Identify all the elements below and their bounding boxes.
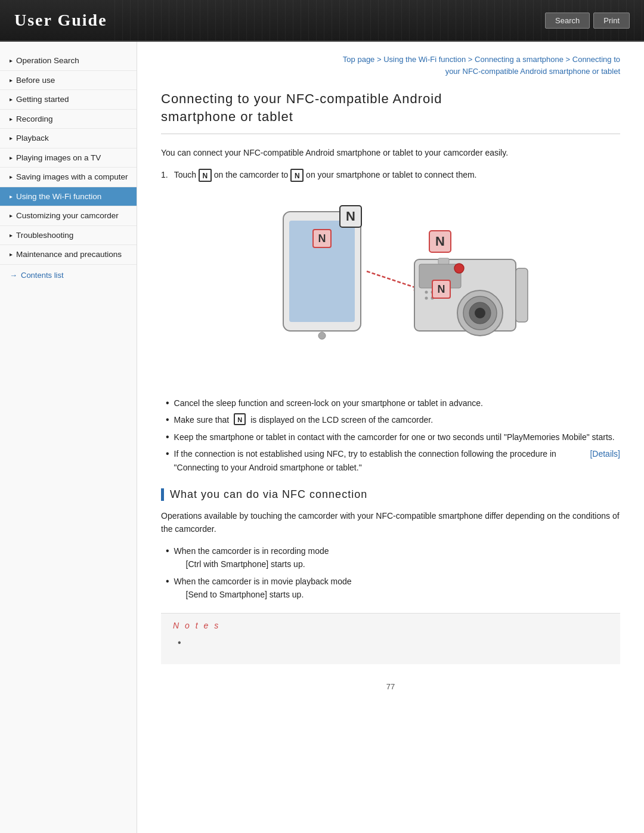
contents-list-label: Contents list — [21, 271, 64, 280]
svg-text:N: N — [318, 233, 326, 244]
notes-label: N o t e s — [173, 621, 608, 630]
sidebar-item-label: Maintenance and precautions — [16, 249, 122, 260]
sidebar-item-playing-images-tv[interactable]: ▸ Playing images on a TV — [0, 148, 137, 168]
arrow-right-icon: → — [10, 271, 17, 280]
sidebar-item-playback[interactable]: ▸ Playback — [0, 129, 137, 148]
sidebar-item-label: Troubleshooting — [16, 230, 73, 241]
nfc-icon-smartphone: N — [290, 169, 304, 182]
breadcrumb-connecting-smartphone[interactable]: Connecting a smartphone — [475, 55, 564, 64]
sidebar-item-customizing-camcorder[interactable]: ▸ Customizing your camcorder — [0, 206, 137, 226]
svg-rect-17 — [516, 268, 528, 322]
sidebar-item-label: Customizing your camcorder — [16, 210, 119, 221]
chevron-right-icon: ▸ — [10, 212, 13, 219]
svg-text:N: N — [346, 209, 355, 224]
nfc-icon-float-camcorder: N — [429, 231, 451, 252]
sidebar-item-label: Using the Wi-Fi function — [16, 191, 101, 202]
svg-text:N: N — [435, 234, 445, 249]
intro-text: You can connect your NFC-compatible Andr… — [161, 146, 620, 159]
breadcrumb-wifi[interactable]: Using the Wi-Fi function — [383, 55, 466, 64]
nfc-icon-on-camcorder: N — [432, 280, 450, 298]
breadcrumb-separator: > — [377, 55, 383, 64]
chevron-right-icon: ▸ — [10, 154, 13, 162]
sidebar-item-getting-started[interactable]: ▸ Getting started — [0, 90, 137, 110]
section2-heading: What you can do via NFC connection — [161, 488, 620, 501]
section2-sub-1: [Ctrl with Smartphone] starts up. — [186, 559, 305, 569]
svg-point-13 — [425, 291, 428, 294]
breadcrumb-nfc-android[interactable]: your NFC-compatible Android smartphone o… — [445, 67, 620, 76]
sidebar-item-label: Playing images on a TV — [16, 153, 101, 163]
svg-line-5 — [367, 271, 420, 289]
sidebar-item-operation-search[interactable]: ▸ Operation Search — [0, 51, 137, 71]
step-number: 1. — [161, 168, 168, 182]
section2-sub-2: [Send to Smartphone] starts up. — [186, 590, 304, 599]
chevron-right-icon: ▸ — [10, 57, 13, 64]
nfc-diagram: N — [247, 194, 534, 385]
nfc-icon-inline: N — [234, 413, 246, 425]
content-area: Top page > Using the Wi-Fi function > Co… — [137, 42, 644, 833]
chevron-right-icon: ▸ — [10, 193, 13, 200]
sidebar-item-maintenance-precautions[interactable]: ▸ Maintenance and precautions — [0, 245, 137, 265]
search-button[interactable]: Search — [545, 13, 590, 29]
step-text: Touch N on the camcorder to N on your sm… — [174, 168, 477, 182]
app-title: User Guide — [14, 11, 107, 30]
sidebar-item-saving-images-computer[interactable]: ▸ Saving images with a computer — [0, 168, 137, 187]
chevron-right-icon: ▸ — [10, 134, 13, 142]
print-button[interactable]: Print — [593, 13, 630, 29]
sidebar-item-troubleshooting[interactable]: ▸ Troubleshooting — [0, 226, 137, 246]
details-link[interactable]: [Details] — [590, 447, 620, 460]
nfc-icon-camcorder: N — [199, 169, 212, 182]
notes-box: N o t e s — [161, 613, 620, 664]
bullet-note-2: Make sure that N is displayed on the LCD… — [161, 413, 620, 426]
breadcrumb-separator3: > — [566, 55, 572, 64]
svg-point-2 — [318, 332, 326, 339]
breadcrumb-top-page[interactable]: Top page — [343, 55, 375, 64]
sidebar-item-label: Recording — [16, 114, 53, 125]
section2-bullet-2: When the camcorder is in movie playback … — [161, 575, 620, 602]
bullet-note-3: Keep the smartphone or tablet in contact… — [161, 431, 620, 444]
chevron-right-icon: ▸ — [10, 76, 13, 84]
chevron-right-icon: ▸ — [10, 95, 13, 103]
breadcrumb: Top page > Using the Wi-Fi function > Co… — [161, 54, 620, 77]
sidebar-item-label: Operation Search — [16, 55, 79, 66]
sidebar-item-before-use[interactable]: ▸ Before use — [0, 71, 137, 91]
notes-bullet-placeholder — [173, 636, 608, 649]
sidebar-item-recording[interactable]: ▸ Recording — [0, 110, 137, 129]
page-number: 77 — [161, 682, 620, 703]
svg-point-11 — [475, 308, 485, 318]
breadcrumb-connecting-to[interactable]: Connecting to — [572, 55, 620, 64]
nfc-icon-on-phone: N — [313, 230, 331, 247]
svg-text:N: N — [438, 283, 445, 295]
chevron-right-icon: ▸ — [10, 250, 13, 258]
contents-list-link[interactable]: → Contents list — [0, 265, 137, 286]
bullet-note-4: If the connection is not established usi… — [161, 447, 620, 474]
sidebar: ▸ Operation Search ▸ Before use ▸ Gettin… — [0, 42, 137, 833]
sidebar-item-label: Before use — [16, 75, 55, 86]
header: User Guide Search Print — [0, 0, 644, 42]
sidebar-item-label: Getting started — [16, 94, 69, 105]
main-layout: ▸ Operation Search ▸ Before use ▸ Gettin… — [0, 42, 644, 833]
breadcrumb-separator2: > — [468, 55, 475, 64]
bullet-note-1: Cancel the sleep function and screen-loc… — [161, 397, 620, 410]
nfc-icon-float-phone: N — [340, 206, 361, 227]
notes-bullets — [173, 636, 608, 649]
chevron-right-icon: ▸ — [10, 173, 13, 181]
chevron-right-icon: ▸ — [10, 231, 13, 239]
bullet-notes-list: Cancel the sleep function and screen-loc… — [161, 397, 620, 474]
step-1: 1. Touch N on the camcorder to N on your… — [161, 168, 620, 182]
section2-intro: Operations available by touching the cam… — [161, 509, 620, 536]
svg-point-15 — [425, 297, 428, 300]
chevron-right-icon: ▸ — [10, 115, 13, 123]
section2-bullets: When the camcorder is in recording mode … — [161, 544, 620, 602]
svg-point-18 — [454, 264, 464, 273]
page-title: Connecting to your NFC-compatible Androi… — [161, 90, 620, 134]
sidebar-item-label: Saving images with a computer — [16, 172, 128, 182]
section2-bullet-1: When the camcorder is in recording mode … — [161, 544, 620, 571]
header-buttons: Search Print — [545, 13, 630, 29]
sidebar-item-using-wifi[interactable]: ▸ Using the Wi-Fi function — [0, 187, 137, 207]
sidebar-item-label: Playback — [16, 133, 49, 144]
diagram-area: N — [161, 194, 620, 385]
camcorder-device — [414, 258, 528, 336]
svg-rect-19 — [438, 258, 449, 264]
